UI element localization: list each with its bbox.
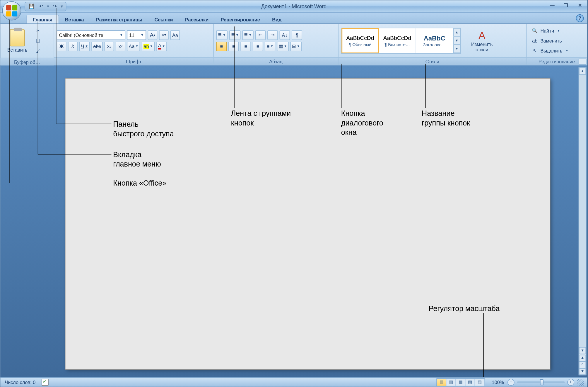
office-logo-icon — [6, 5, 17, 16]
zoom-thumb[interactable] — [540, 379, 543, 385]
group-paragraph-label: Абзац — [214, 57, 338, 65]
callout-launcher: Кнопка диалогового окна — [341, 109, 383, 138]
find-button[interactable]: 🔍 Найти▼ — [529, 26, 584, 35]
tab-references[interactable]: Ссылки — [148, 15, 179, 23]
group-clipboard-label: Буфер об… — [0, 58, 54, 66]
styles-down-button[interactable]: ▼ — [453, 36, 460, 45]
scroll-up-button[interactable]: ▲ — [579, 68, 586, 75]
resize-grip[interactable] — [577, 378, 584, 386]
superscript-button[interactable]: x² — [116, 41, 125, 51]
qat-customize-dropdown[interactable]: ▾ — [61, 4, 63, 9]
browse-object-button[interactable]: ○ — [579, 361, 586, 368]
replace-icon: ab — [531, 38, 538, 43]
web-layout-view[interactable]: ▦ — [456, 378, 466, 386]
grow-font-button[interactable]: A▴ — [148, 30, 158, 40]
tab-insert[interactable]: Вставка — [59, 15, 90, 23]
qat-undo-button[interactable]: ↶ — [37, 2, 45, 10]
qat-redo-button[interactable]: ↷ — [51, 2, 59, 10]
vertical-scrollbar[interactable]: ▲ ▼ ▲ ○ ▼ — [579, 67, 587, 375]
group-paragraph: ≣▼ ≣▼ ≣▼ ⇤ ⇥ A↓ ¶ ≡ ≡ ≡ ≡ ≡▼ ▦▼ — [214, 24, 339, 65]
highlight-button[interactable]: ab▼ — [142, 41, 155, 51]
style-no-spacing[interactable]: AaBbCcDd ¶ Без инте… — [379, 28, 416, 53]
close-button[interactable]: ✕ — [575, 2, 585, 9]
line-spacing-button[interactable]: ≡▼ — [265, 41, 275, 51]
outline-view[interactable]: ▧ — [465, 378, 475, 386]
tab-mailings[interactable]: Рассылки — [179, 15, 215, 23]
minimize-button[interactable]: — — [547, 2, 557, 9]
shading-button[interactable]: ▦▼ — [277, 41, 289, 51]
align-justify-button[interactable]: ≡ — [253, 41, 263, 51]
align-right-button[interactable]: ≡ — [240, 41, 251, 51]
font-name-combo[interactable]: Calibri (Основной те ▼ — [57, 30, 125, 40]
paste-button[interactable]: Вставить — [3, 26, 32, 56]
ribbon: Вставить ✂ ❐ 🖌 Буфер об… Calibri (Основн… — [0, 24, 587, 65]
window-title: Документ1 - Microsoft Word — [0, 3, 587, 9]
font-size-combo[interactable]: 11 ▼ — [127, 30, 146, 40]
clear-format-button[interactable]: Aa — [170, 30, 180, 40]
tab-home[interactable]: Главная — [26, 15, 59, 23]
status-bar: Число слов: 0 ▤ ▥ ▦ ▧ ▨ 100% − + — [0, 377, 587, 387]
show-marks-button[interactable]: ¶ — [292, 30, 302, 40]
zoom-slider[interactable] — [517, 381, 565, 383]
bullets-button[interactable]: ≣▼ — [216, 30, 228, 40]
help-button[interactable]: ? — [576, 14, 584, 22]
font-size-value: 11 — [129, 32, 134, 38]
subscript-button[interactable]: x₂ — [105, 41, 114, 51]
chevron-down-icon: ▼ — [120, 33, 123, 37]
style-heading1[interactable]: AaBbC Заголово… — [416, 28, 453, 53]
change-styles-button[interactable]: A Изменить стили — [465, 28, 499, 54]
tab-view[interactable]: Вид — [266, 15, 288, 23]
styles-more-button[interactable]: ▾ — [453, 45, 460, 53]
increase-indent-button[interactable]: ⇥ — [267, 30, 278, 40]
paste-label: Вставить — [7, 47, 28, 52]
replace-button[interactable]: ab Заменить — [529, 36, 584, 45]
change-styles-icon: A — [478, 29, 486, 41]
multilevel-button[interactable]: ≣▼ — [242, 30, 253, 40]
font-color-button[interactable]: A▼ — [156, 41, 167, 51]
styles-up-button[interactable]: ▲ — [453, 28, 460, 36]
tab-review[interactable]: Рецензирование — [215, 15, 266, 23]
zoom-value[interactable]: 100% — [492, 379, 504, 385]
select-button[interactable]: ↖ Выделить▼ — [529, 46, 584, 55]
tab-page-layout[interactable]: Разметка страницы — [90, 15, 148, 23]
align-left-button[interactable]: ≡ — [216, 41, 227, 51]
print-layout-view[interactable]: ▤ — [437, 378, 447, 386]
strike-button[interactable]: abc — [92, 41, 103, 51]
decrease-indent-button[interactable]: ⇤ — [255, 30, 266, 40]
clipboard-icon — [10, 29, 25, 46]
full-screen-view[interactable]: ▥ — [446, 378, 456, 386]
callout-tab: Вкладка главное меню — [113, 150, 161, 169]
spellcheck-icon[interactable] — [42, 378, 49, 386]
sort-button[interactable]: A↓ — [279, 30, 290, 40]
restore-button[interactable]: ❐ — [561, 2, 571, 9]
callout-ribbon: Лента с группами кнопок — [231, 109, 291, 128]
ribbon-tabs: Главная Вставка Разметка страницы Ссылки… — [0, 13, 587, 24]
document-area: ▲ ▼ ▲ ○ ▼ — [0, 65, 587, 377]
office-button[interactable] — [2, 1, 21, 20]
word-count[interactable]: Число слов: 0 — [5, 379, 35, 385]
zoom-in-button[interactable]: + — [567, 378, 574, 386]
borders-button[interactable]: ⊞▼ — [290, 41, 302, 51]
align-center-button[interactable]: ≡ — [228, 41, 239, 51]
bold-button[interactable]: Ж — [57, 41, 66, 51]
underline-button[interactable]: Ч▼ — [79, 41, 90, 51]
callout-qat: Панель быстрого доступа — [113, 120, 174, 139]
italic-button[interactable]: К — [68, 41, 78, 51]
draft-view[interactable]: ▨ — [475, 378, 485, 386]
scroll-down-button[interactable]: ▼ — [579, 347, 586, 354]
callout-office: Кнопка «Office» — [113, 179, 166, 189]
prev-page-button[interactable]: ▲ — [579, 355, 586, 362]
qat-undo-dropdown[interactable]: ▾ — [47, 4, 49, 9]
style-normal[interactable]: AaBbCcDd ¶ Обычный — [341, 28, 379, 53]
ruler-toggle-button[interactable] — [579, 59, 587, 65]
shrink-font-button[interactable]: A▾ — [159, 30, 169, 40]
group-styles: AaBbCcDd ¶ Обычный AaBbCcDd ¶ Без инте… … — [339, 24, 527, 65]
next-page-button[interactable]: ▼ — [579, 368, 586, 375]
change-case-button[interactable]: Aa▼ — [127, 41, 140, 51]
callout-zoom: Регулятор масштаба — [429, 304, 500, 314]
qat-save-button[interactable]: 💾 — [28, 2, 36, 10]
zoom-out-button[interactable]: − — [507, 378, 514, 386]
title-bar: 💾 ↶ ▾ ↷ ▾ Документ1 - Microsoft Word — ❐… — [0, 0, 587, 12]
styles-scroll: ▲ ▼ ▾ — [453, 28, 460, 53]
cursor-icon: ↖ — [531, 48, 538, 53]
